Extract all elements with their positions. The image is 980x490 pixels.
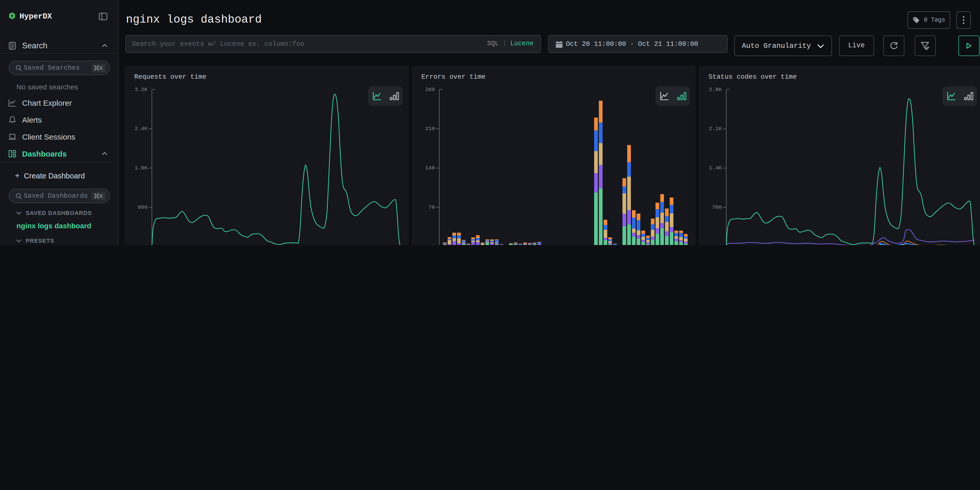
svg-text:1.4K: 1.4K [709, 165, 722, 171]
svg-text:1.6K: 1.6K [134, 165, 148, 171]
svg-text:0: 0 [719, 244, 722, 245]
svg-text:280: 280 [425, 87, 435, 92]
svg-text:210: 210 [425, 126, 435, 132]
svg-text:2.1K: 2.1K [709, 126, 722, 132]
svg-text:2.4K: 2.4K [134, 126, 148, 132]
svg-text:3.2K: 3.2K [134, 87, 148, 92]
svg-text:0: 0 [431, 244, 435, 245]
svg-text:2.8K: 2.8K [709, 87, 722, 92]
svg-text:140: 140 [425, 165, 435, 171]
svg-text:0: 0 [144, 244, 148, 245]
svg-text:700: 700 [712, 204, 722, 210]
svg-text:70: 70 [428, 204, 435, 210]
svg-text:800: 800 [138, 204, 148, 210]
